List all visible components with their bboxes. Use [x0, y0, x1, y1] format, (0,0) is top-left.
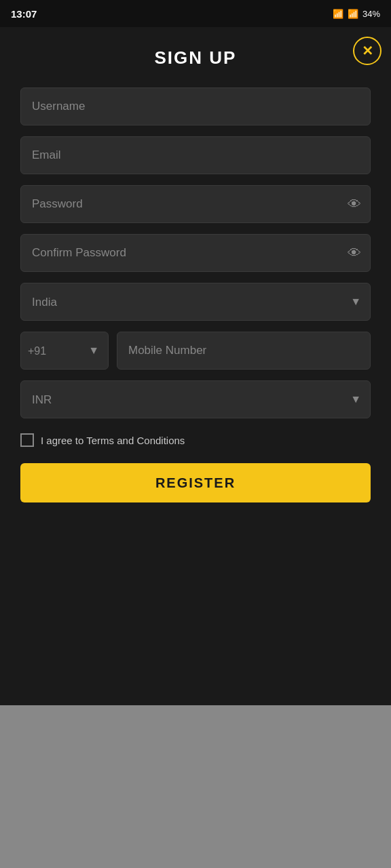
terms-row: I agree to Terms and Conditions [20, 433, 371, 447]
password-input[interactable] [20, 185, 371, 223]
battery-indicator: 34% [362, 9, 380, 19]
phone-row: +91 +1 +44 +61 ▼ [20, 332, 371, 370]
close-button[interactable]: ✕ [353, 37, 381, 65]
status-time: 13:07 [11, 8, 37, 20]
register-button[interactable]: REGISTER [20, 463, 371, 502]
mobile-number-input[interactable] [117, 332, 371, 370]
email-wrapper [20, 136, 371, 174]
phone-code-wrapper: +91 +1 +44 +61 ▼ [20, 332, 109, 370]
username-wrapper [20, 87, 371, 125]
signal-icon: 📶 [348, 9, 358, 19]
currency-select[interactable]: INR USD EUR GBP [20, 380, 371, 418]
confirm-password-input[interactable] [20, 234, 371, 272]
confirm-password-wrapper: 👁 [20, 234, 371, 272]
wifi-icon: 📶 [333, 9, 343, 19]
currency-wrapper: INR USD EUR GBP ▼ [20, 380, 371, 418]
modal-title: SIGN UP [20, 47, 371, 68]
signup-form: 👁 👁 India USA UK Australia ▼ +91 +1 +44 [20, 87, 371, 502]
country-select[interactable]: India USA UK Australia [20, 283, 371, 321]
password-toggle-icon[interactable]: 👁 [348, 197, 361, 212]
confirm-password-toggle-icon[interactable]: 👁 [348, 245, 361, 261]
username-input[interactable] [20, 87, 371, 125]
email-input[interactable] [20, 136, 371, 174]
status-bar: 13:07 📶 📶 34% [0, 0, 391, 27]
terms-checkbox[interactable] [20, 433, 34, 447]
phone-code-select[interactable]: +91 +1 +44 +61 [20, 332, 109, 370]
background-area [0, 705, 391, 868]
terms-label: I agree to Terms and Conditions [41, 435, 185, 446]
country-wrapper: India USA UK Australia ▼ [20, 283, 371, 321]
status-icons: 📶 📶 34% [333, 9, 380, 19]
password-wrapper: 👁 [20, 185, 371, 223]
signup-modal: ✕ SIGN UP 👁 👁 India USA UK Aust [0, 27, 391, 705]
